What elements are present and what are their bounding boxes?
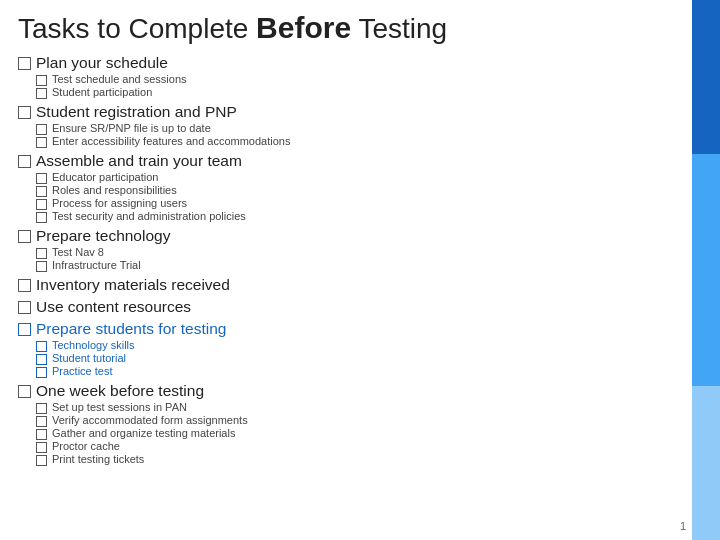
label-sub-practice-test: Practice test [52,365,113,377]
label-sub-student-participation: Student participation [52,86,152,98]
sub-tech-skills: Technology skills [36,339,652,352]
checkbox-sub-test-security [36,212,47,223]
section-assemble-team: Assemble and train your team [18,152,652,170]
checkbox-plan-schedule [18,57,31,70]
checkbox-sub-test-schedule [36,75,47,86]
label-sub-roles-responsibilities: Roles and responsibilities [52,184,177,196]
label-prepare-technology: Prepare technology [36,227,170,245]
sub-gather-materials: Gather and organize testing materials [36,427,652,440]
checkbox-sub-verify-form [36,416,47,427]
checkbox-one-week [18,385,31,398]
label-sub-enter-accessibility: Enter accessibility features and accommo… [52,135,290,147]
checkbox-sub-educator-participation [36,173,47,184]
sub-proctor-cache: Proctor cache [36,440,652,453]
label-use-content: Use content resources [36,298,191,316]
sub-student-participation: Student participation [36,86,652,99]
label-sub-process-assigning: Process for assigning users [52,197,187,209]
title-highlight: Before [256,11,351,44]
label-sub-tech-skills: Technology skills [52,339,135,351]
checkbox-sub-print-tickets [36,455,47,466]
section-use-content: Use content resources [18,298,652,316]
sub-student-tutorial: Student tutorial [36,352,652,365]
label-plan-schedule: Plan your schedule [36,54,168,72]
sub-enter-accessibility: Enter accessibility features and accommo… [36,135,652,148]
label-sub-proctor-cache: Proctor cache [52,440,120,452]
checkbox-assemble-team [18,155,31,168]
label-sub-infrastructure-trial: Infrastructure Trial [52,259,141,271]
sub-roles-responsibilities: Roles and responsibilities [36,184,652,197]
label-sub-student-tutorial: Student tutorial [52,352,126,364]
title-prefix: Tasks to Complete [18,13,256,44]
label-assemble-team: Assemble and train your team [36,152,242,170]
checkbox-student-registration [18,106,31,119]
checkbox-sub-tech-skills [36,341,47,352]
section-prepare-technology: Prepare technology [18,227,652,245]
checkbox-sub-practice-test [36,367,47,378]
checkbox-prepare-students [18,323,31,336]
section-one-week: One week before testing [18,382,652,400]
section-student-registration: Student registration and PNP [18,103,652,121]
page-number: 1 [680,520,686,532]
label-sub-print-tickets: Print testing tickets [52,453,144,465]
label-sub-test-security: Test security and administration policie… [52,210,246,222]
checkbox-sub-proctor-cache [36,442,47,453]
label-sub-test-schedule: Test schedule and sessions [52,73,187,85]
sub-test-security: Test security and administration policie… [36,210,652,223]
page-title: Tasks to Complete Before Testing [18,10,652,46]
sub-ensure-sr: Ensure SR/PNP file is up to date [36,122,652,135]
label-one-week: One week before testing [36,382,204,400]
sub-infrastructure-trial: Infrastructure Trial [36,259,652,272]
checkbox-sub-setup-sessions [36,403,47,414]
label-sub-ensure-sr: Ensure SR/PNP file is up to date [52,122,211,134]
checkbox-sub-infrastructure-trial [36,261,47,272]
label-sub-verify-form: Verify accommodated form assignments [52,414,248,426]
label-sub-test-nav: Test Nav 8 [52,246,104,258]
section-inventory: Inventory materials received [18,276,652,294]
label-sub-gather-materials: Gather and organize testing materials [52,427,235,439]
checkbox-sub-student-participation [36,88,47,99]
label-prepare-students: Prepare students for testing [36,320,226,338]
checkbox-inventory [18,279,31,292]
checkbox-sub-ensure-sr [36,124,47,135]
sub-verify-form: Verify accommodated form assignments [36,414,652,427]
label-sub-educator-participation: Educator participation [52,171,158,183]
section-plan-schedule: Plan your schedule [18,54,652,72]
sub-practice-test: Practice test [36,365,652,378]
checkbox-sub-process-assigning [36,199,47,210]
checkbox-use-content [18,301,31,314]
section-prepare-students: Prepare students for testing [18,320,652,338]
sub-setup-sessions: Set up test sessions in PAN [36,401,652,414]
label-sub-setup-sessions: Set up test sessions in PAN [52,401,187,413]
checkbox-sub-gather-materials [36,429,47,440]
label-student-registration: Student registration and PNP [36,103,237,121]
checkbox-prepare-technology [18,230,31,243]
checkbox-sub-enter-accessibility [36,137,47,148]
sub-educator-participation: Educator participation [36,171,652,184]
checkbox-sub-roles-responsibilities [36,186,47,197]
checkbox-sub-test-nav [36,248,47,259]
main-content: Tasks to Complete Before Testing Plan yo… [0,0,692,476]
sub-process-assigning: Process for assigning users [36,197,652,210]
title-suffix: Testing [351,13,447,44]
sub-test-nav: Test Nav 8 [36,246,652,259]
sub-print-tickets: Print testing tickets [36,453,652,466]
checkbox-sub-student-tutorial [36,354,47,365]
label-inventory: Inventory materials received [36,276,230,294]
sub-test-schedule: Test schedule and sessions [36,73,652,86]
decorative-bars [692,0,720,540]
